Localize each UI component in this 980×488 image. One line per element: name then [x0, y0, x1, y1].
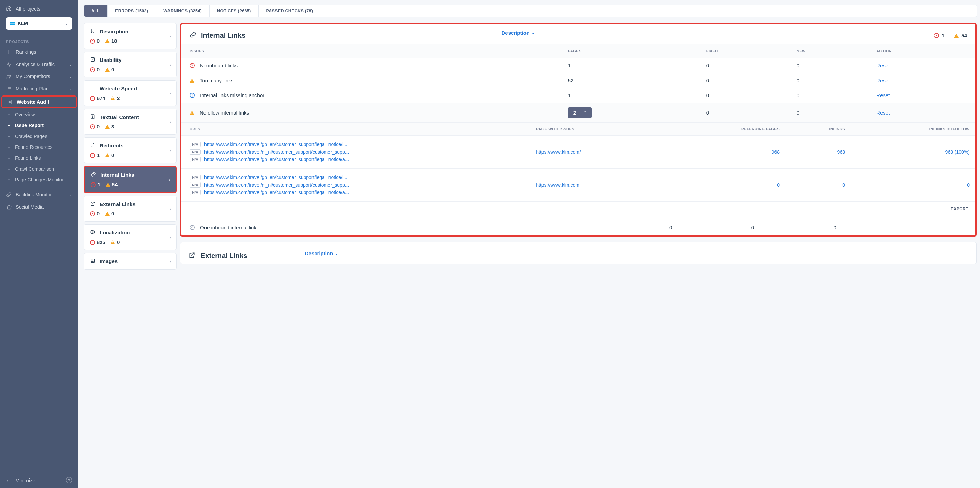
col-new: NEW [791, 44, 871, 58]
ref-pages-value[interactable]: 968 [772, 149, 780, 155]
nav-backlink-monitor[interactable]: Backlink Monitor⌄ [0, 188, 78, 201]
tab-errors[interactable]: ERRORS (1503) [108, 5, 156, 17]
description-tab-2[interactable]: Description ⌄ [304, 249, 340, 262]
description-tab[interactable]: Description ⌄ [500, 29, 536, 43]
nav-analytics[interactable]: Analytics & Traffic⌄ [0, 58, 78, 70]
chevron-down-icon: ⌄ [335, 251, 338, 255]
nav-social-media[interactable]: Social Media⌄ [0, 201, 78, 213]
tab-warnings[interactable]: WARNINGS (3254) [156, 5, 210, 17]
na-badge: N/A [189, 149, 201, 155]
category-card-textual-content[interactable]: Textual Content 0 3 › [84, 109, 177, 135]
issue-row[interactable]: Internal links missing anchor 1 0 0 Rese… [181, 88, 975, 103]
subnav-crawled-pages[interactable]: Crawled Pages [15, 131, 78, 142]
warning-icon [105, 212, 110, 216]
url-link[interactable]: https://www.klm.com/travel/gb_en/custome… [204, 175, 347, 180]
tab-passed[interactable]: PASSED CHECKS (78) [258, 5, 320, 17]
warning-icon [105, 125, 110, 129]
error-icon [90, 211, 95, 217]
tab-all[interactable]: ALL [84, 5, 108, 17]
url-link[interactable]: https://www.klm.com/travel/gb_en/custome… [204, 142, 347, 147]
subnav-overview[interactable]: Overview [15, 109, 78, 120]
category-label: Textual Content [100, 114, 139, 120]
na-badge: N/A [189, 175, 201, 180]
issue-row[interactable]: Too many links 52 0 0 Reset [181, 73, 975, 88]
pages-cell: 2⌃ [563, 103, 701, 123]
category-card-localization[interactable]: Localization 825 0 › [84, 224, 177, 250]
inlinks-value[interactable]: 968 [837, 149, 845, 155]
nav-marketing-plan[interactable]: Marketing Plan⌄ [0, 83, 78, 95]
warning-stat: 18 [105, 38, 117, 44]
pages-count-pill[interactable]: 2⌃ [568, 107, 592, 118]
nav-competitors[interactable]: My Competitors⌄ [0, 70, 78, 83]
inlinks-dofollow-value[interactable]: 0 [967, 182, 970, 188]
subnav-issue-report[interactable]: Issue Report [15, 120, 78, 131]
all-projects-link[interactable]: All projects [6, 5, 72, 18]
category-card-usability[interactable]: Usability 0 0 › [84, 52, 177, 78]
url-link[interactable]: https://www.klm.com/travel/nl_nl/custome… [204, 182, 349, 188]
url-link[interactable]: https://www.klm.com/travel/gb_en/custome… [204, 157, 349, 162]
chevron-down-icon: ⌄ [531, 30, 535, 35]
issue-row[interactable]: Nofollow internal links 2⌃ 0 0 Reset [181, 103, 975, 123]
help-icon[interactable]: ? [66, 477, 72, 483]
subnav-found-links[interactable]: Found Links [15, 153, 78, 163]
panel2-title: External Links [201, 252, 247, 260]
users-icon [6, 74, 11, 79]
warning-icon [189, 111, 194, 115]
error-icon [90, 39, 95, 44]
na-badge: N/A [189, 182, 201, 188]
category-card-description[interactable]: Description 0 18 › [84, 23, 177, 49]
category-icon [90, 142, 95, 149]
url-link[interactable]: https://www.klm.com/travel/gb_en/custome… [204, 190, 349, 195]
category-card-external-links[interactable]: External Links 0 0 › [84, 196, 177, 222]
reset-link[interactable]: Reset [877, 92, 889, 98]
nav-rankings[interactable]: Rankings⌄ [0, 46, 78, 58]
chevron-down-icon: ⌄ [69, 62, 72, 67]
issue-row[interactable]: No inbound links 1 0 0 Reset [181, 58, 975, 73]
category-card-website-speed[interactable]: Website Speed 674 2 › [84, 80, 177, 106]
issue-name: No inbound links [200, 62, 238, 68]
website-audit-subnav: Overview Issue Report Crawled Pages Foun… [0, 109, 78, 185]
error-stat: 674 [90, 96, 105, 101]
reset-link[interactable]: Reset [877, 62, 889, 68]
issue-row[interactable]: One inbound internal link 0 0 0 [181, 220, 975, 235]
warning-icon [106, 182, 110, 187]
inlinks-dofollow-value[interactable]: 968 (100%) [945, 149, 970, 155]
tab-notices[interactable]: NOTICES (2665) [210, 5, 258, 17]
category-label: Description [100, 29, 129, 35]
page-with-issues-link[interactable]: https://www.klm.com [536, 182, 579, 188]
warning-icon [954, 33, 959, 38]
reset-link[interactable]: Reset [877, 110, 889, 116]
nav-website-audit[interactable]: Website Audit ⌃ [2, 96, 77, 108]
minimize-button[interactable]: ← Minimize [6, 477, 35, 483]
chevron-down-icon: ⌄ [65, 21, 68, 26]
warning-stat: 0 [105, 211, 114, 217]
export-button[interactable]: EXPORT [181, 201, 975, 216]
fixed-cell: 0 [701, 103, 791, 123]
category-card-images[interactable]: Images › [84, 253, 177, 270]
project-selector[interactable]: KLM ⌄ [6, 18, 72, 30]
ref-pages-value[interactable]: 0 [777, 182, 780, 188]
link-icon [189, 31, 196, 40]
fixed-cell: 0 [746, 220, 828, 235]
category-card-internal-links[interactable]: Internal Links 1 54 › [84, 166, 177, 193]
category-label: Localization [100, 230, 130, 236]
subnav-page-changes-monitor[interactable]: Page Changes Monitor [15, 174, 78, 185]
category-icon [90, 28, 95, 35]
list-icon [6, 86, 11, 91]
warning-stat: 0 [110, 239, 119, 245]
warning-icon [110, 96, 115, 100]
category-icon [90, 85, 95, 92]
inlinks-value[interactable]: 0 [842, 182, 845, 188]
url-row: N/Ahttps://www.klm.com/travel/gb_en/cust… [181, 136, 975, 169]
url-link[interactable]: https://www.klm.com/travel/nl_nl/custome… [204, 149, 349, 155]
category-card-redirects[interactable]: Redirects 1 0 › [84, 137, 177, 163]
page-with-issues-link[interactable]: https://www.klm.com/ [536, 149, 581, 155]
reset-link[interactable]: Reset [877, 78, 889, 83]
subnav-crawl-comparison[interactable]: Crawl Comparison [15, 163, 78, 174]
subnav-found-resources[interactable]: Found Resources [15, 142, 78, 153]
warning-stat: 2 [110, 96, 119, 101]
col-action: ACTION [871, 44, 975, 58]
pages-cell: 52 [563, 73, 701, 88]
error-icon [90, 67, 95, 72]
na-badge: N/A [189, 190, 201, 195]
